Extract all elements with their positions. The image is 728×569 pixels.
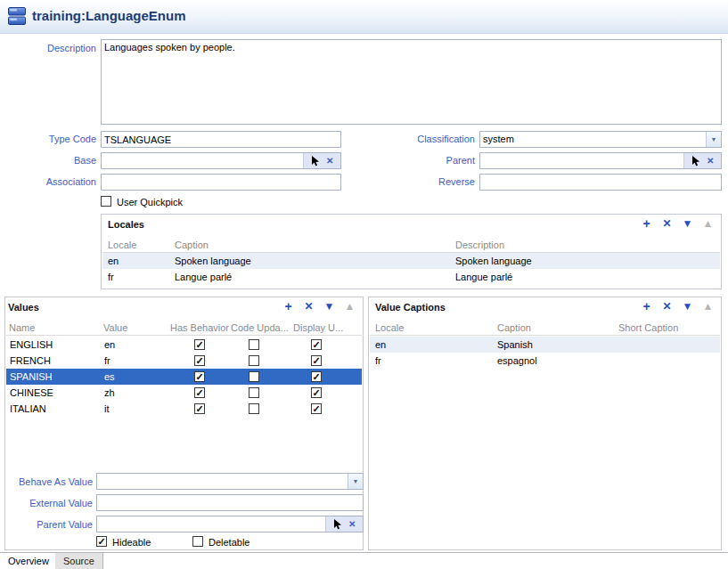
enum-icon bbox=[7, 5, 29, 27]
col-locale: Locale bbox=[375, 322, 404, 333]
user-quickpick-label: User Quickpick bbox=[117, 197, 183, 207]
col-locale: Locale bbox=[108, 240, 136, 250]
col-display-update: Display U... bbox=[293, 322, 343, 333]
behave-as-value-select[interactable]: ▼ bbox=[96, 473, 364, 490]
delete-icon[interactable]: ✕ bbox=[661, 300, 673, 313]
values-title: Values bbox=[8, 302, 39, 313]
table-row[interactable]: en Spanish bbox=[370, 337, 720, 353]
col-description: Description bbox=[455, 240, 504, 250]
behave-as-value-label: Behave As Value bbox=[5, 476, 93, 487]
parent-value-label: Parent Value bbox=[5, 519, 93, 530]
table-row[interactable]: ENGLISH en ✓ ✓ ✓ bbox=[6, 337, 362, 353]
display-update-checkbox[interactable]: ✓ bbox=[311, 371, 322, 382]
value-captions-panel: Value Captions + ✕ ▼ ▲ Locale Caption Sh… bbox=[368, 297, 722, 550]
editor-tabbar: Overview Source bbox=[0, 552, 728, 569]
has-behavior-checkbox[interactable]: ✓ bbox=[194, 371, 205, 382]
hideable-label: Hideable bbox=[112, 537, 151, 548]
table-row[interactable]: FRENCH fr ✓ ✓ ✓ bbox=[6, 353, 362, 369]
association-input[interactable] bbox=[101, 174, 341, 191]
description-label: Description bbox=[0, 43, 96, 53]
col-code-update: Code Upda... bbox=[231, 322, 289, 333]
classification-label: Classification bbox=[379, 134, 475, 144]
table-row[interactable]: ITALIAN it ✓ ✓ ✓ bbox=[6, 401, 362, 417]
add-icon[interactable]: + bbox=[641, 300, 652, 313]
behave-as-value-text bbox=[97, 474, 348, 489]
delete-icon[interactable]: ✕ bbox=[303, 300, 315, 313]
picker-arrow-icon[interactable] bbox=[333, 519, 342, 530]
picker-arrow-icon[interactable] bbox=[311, 156, 320, 167]
move-up-icon[interactable]: ▲ bbox=[702, 217, 714, 230]
base-label: Base bbox=[0, 155, 96, 166]
clear-icon[interactable]: ✕ bbox=[707, 156, 714, 166]
display-update-checkbox[interactable]: ✓ bbox=[311, 355, 322, 366]
code-update-checkbox[interactable]: ✓ bbox=[249, 387, 259, 398]
value-captions-title: Value Captions bbox=[375, 302, 446, 313]
form-header: training:LanguageEnum bbox=[0, 0, 728, 34]
association-label: Association bbox=[0, 176, 96, 187]
display-update-checkbox[interactable]: ✓ bbox=[311, 403, 322, 414]
reverse-input[interactable] bbox=[479, 174, 722, 191]
page-title: training:LanguageEnum bbox=[32, 8, 186, 23]
move-down-icon[interactable]: ▼ bbox=[682, 217, 693, 230]
classification-value: system bbox=[480, 132, 706, 147]
user-quickpick-checkbox[interactable]: ✓ bbox=[101, 196, 111, 207]
code-update-checkbox[interactable]: ✓ bbox=[249, 371, 259, 382]
tab-overview[interactable]: Overview bbox=[0, 553, 58, 569]
table-row[interactable]: fr espagnol bbox=[370, 353, 720, 369]
delete-icon[interactable]: ✕ bbox=[661, 217, 673, 230]
has-behavior-checkbox[interactable]: ✓ bbox=[194, 403, 205, 414]
code-update-checkbox[interactable]: ✓ bbox=[249, 355, 259, 366]
values-toolbar: + ✕ ▼ ▲ bbox=[282, 300, 356, 313]
parent-value-input[interactable] bbox=[97, 516, 325, 532]
table-row[interactable]: CHINESE zh ✓ ✓ ✓ bbox=[6, 385, 362, 401]
hideable-checkbox[interactable]: ✓ bbox=[96, 536, 107, 547]
type-code-input[interactable] bbox=[101, 131, 341, 148]
chevron-down-icon[interactable]: ▼ bbox=[348, 474, 363, 489]
locales-toolbar: + ✕ ▼ ▲ bbox=[641, 217, 714, 230]
has-behavior-checkbox[interactable]: ✓ bbox=[194, 387, 205, 398]
code-update-checkbox[interactable]: ✓ bbox=[249, 403, 259, 414]
values-panel: Values + ✕ ▼ ▲ Name Value Has Behavior C… bbox=[4, 297, 364, 550]
parent-value-field[interactable]: ✕ bbox=[96, 516, 364, 532]
display-update-checkbox[interactable]: ✓ bbox=[311, 339, 322, 350]
has-behavior-checkbox[interactable]: ✓ bbox=[194, 355, 205, 366]
add-icon[interactable]: + bbox=[641, 217, 652, 230]
col-has-behavior: Has Behavior bbox=[170, 322, 229, 333]
col-value: Value bbox=[103, 322, 127, 333]
type-code-label: Type Code bbox=[0, 134, 96, 144]
move-down-icon[interactable]: ▼ bbox=[323, 300, 335, 313]
has-behavior-checkbox[interactable]: ✓ bbox=[194, 339, 205, 350]
reverse-label: Reverse bbox=[379, 176, 475, 187]
clear-icon[interactable]: ✕ bbox=[326, 156, 333, 166]
parent-field[interactable]: ✕ bbox=[479, 152, 722, 169]
classification-select[interactable]: system ▼ bbox=[479, 131, 722, 148]
code-update-checkbox[interactable]: ✓ bbox=[249, 339, 259, 350]
col-caption: Caption bbox=[497, 322, 531, 333]
tab-source[interactable]: Source bbox=[55, 553, 103, 569]
move-down-icon[interactable]: ▼ bbox=[682, 300, 693, 313]
table-row[interactable]: fr Langue parlé Langue parlé bbox=[102, 269, 720, 285]
display-update-checkbox[interactable]: ✓ bbox=[311, 387, 322, 398]
col-caption: Caption bbox=[175, 240, 209, 250]
locales-panel: Locales + ✕ ▼ ▲ Locale Caption Descripti… bbox=[101, 214, 722, 289]
deletable-checkbox[interactable]: ✓ bbox=[192, 536, 203, 547]
parent-label: Parent bbox=[379, 155, 475, 166]
col-short-caption: Short Caption bbox=[618, 322, 678, 333]
value-captions-toolbar: + ✕ ▼ ▲ bbox=[641, 300, 714, 313]
external-value-input[interactable] bbox=[96, 494, 364, 511]
base-field[interactable]: ✕ bbox=[101, 152, 341, 169]
locales-title: Locales bbox=[108, 219, 144, 230]
base-input[interactable] bbox=[102, 153, 303, 168]
external-value-label: External Value bbox=[5, 498, 93, 508]
table-row[interactable]: en Spoken language Spoken language bbox=[102, 253, 720, 269]
description-input[interactable]: Languages spoken by people. bbox=[101, 39, 722, 125]
add-icon[interactable]: + bbox=[282, 300, 294, 313]
move-up-icon[interactable]: ▲ bbox=[344, 300, 356, 313]
table-row[interactable]: SPANISH es ✓ ✓ ✓ bbox=[6, 369, 362, 385]
clear-icon[interactable]: ✕ bbox=[348, 519, 356, 529]
deletable-label: Deletable bbox=[209, 537, 249, 548]
picker-arrow-icon[interactable] bbox=[691, 156, 700, 167]
move-up-icon[interactable]: ▲ bbox=[702, 300, 714, 313]
chevron-down-icon[interactable]: ▼ bbox=[706, 132, 721, 147]
parent-input[interactable] bbox=[480, 153, 683, 168]
